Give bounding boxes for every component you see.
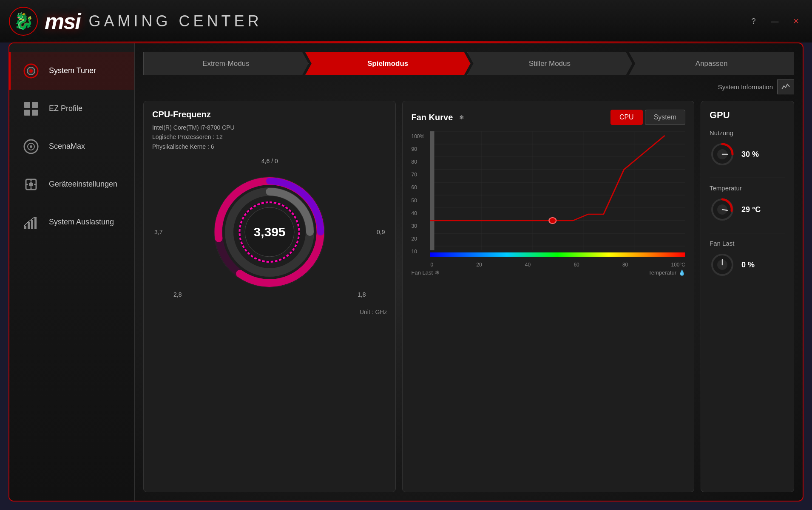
tab-spiel[interactable]: Spielmodus: [305, 52, 471, 75]
y-50: 50: [411, 198, 427, 204]
content-area: Extrem-Modus Spielmodus Stiller Modus An…: [135, 43, 803, 501]
y-10: 10: [411, 249, 427, 255]
y-axis: 100% 90 80 70 60 50 40 30 20 10: [411, 131, 430, 267]
y-20: 20: [411, 236, 427, 242]
x-80: 80: [622, 262, 628, 268]
sidebar-item-system-tuner[interactable]: System Tuner: [9, 52, 134, 90]
svg-point-13: [29, 182, 33, 187]
x-20: 20: [476, 262, 482, 268]
chart-wrapper: 100% 90 80 70 60 50 40 30 20 10: [411, 131, 685, 267]
system-tuner-icon: [21, 61, 40, 80]
tabs-row: Extrem-Modus Spielmodus Stiller Modus An…: [143, 52, 794, 75]
gaming-center-text: GAMING CENTER: [89, 12, 262, 30]
help-button[interactable]: ?: [746, 14, 761, 29]
x-0: 0: [430, 262, 433, 268]
msi-dragon-icon: 🐉: [9, 6, 38, 36]
sidebar-item-auslastung[interactable]: System Auslastung: [9, 203, 134, 241]
ez-profile-icon: [21, 99, 40, 118]
temp-footer: Temperatur 💧: [648, 269, 685, 276]
tab-extrem[interactable]: Extrem-Modus: [143, 52, 309, 75]
gpu-title: GPU: [710, 110, 785, 121]
auslastung-label: System Auslastung: [49, 218, 114, 227]
y-40: 40: [411, 210, 427, 216]
svg-rect-5: [24, 102, 30, 108]
scenamax-icon: [21, 137, 40, 156]
y-30: 30: [411, 223, 427, 229]
sidebar-item-ez-profile[interactable]: EZ Profile: [9, 90, 134, 128]
system-info-button[interactable]: [777, 79, 794, 94]
fan-title: Fan Kurve: [411, 113, 453, 122]
temperatur-value: 29 °C: [741, 205, 761, 214]
fan-footer: Fan Last ❄ Temperatur 💧: [411, 269, 685, 276]
svg-point-4: [29, 69, 33, 73]
y-80: 80: [411, 159, 427, 165]
tab-anpassen[interactable]: Anpassen: [629, 52, 794, 75]
cpu-fan-button[interactable]: CPU: [610, 110, 643, 125]
nutzung-knob-row: 30 %: [710, 142, 785, 167]
geraete-label: Geräteeinstellungen: [49, 180, 117, 189]
svg-rect-20: [31, 220, 33, 229]
y-70: 70: [411, 172, 427, 178]
unit-label: Unit : GHz: [152, 309, 387, 315]
system-fan-button[interactable]: System: [645, 110, 685, 125]
tab-stiller[interactable]: Stiller Modus: [467, 52, 633, 75]
svg-rect-19: [28, 222, 30, 229]
gauge-br-label: 1,8: [358, 291, 366, 298]
logo-area: 🐉 msi GAMING CENTER: [9, 6, 262, 36]
x-60: 60: [574, 262, 579, 268]
svg-text:3,395: 3,395: [254, 225, 286, 239]
divider-2: [710, 233, 785, 233]
svg-rect-21: [34, 217, 37, 229]
fan-chart: 0 20 40 60 80 100°C: [430, 131, 685, 259]
y-90: 90: [411, 146, 427, 152]
ez-profile-label: EZ Profile: [49, 104, 82, 113]
gpu-nutzung-section: Nutzung 30 %: [710, 129, 785, 167]
gauge-right-label: 0,9: [377, 229, 385, 235]
gpu-fan-label: Fan Last: [710, 240, 785, 247]
panels-row: CPU-Frequenz Intel(R) Core(TM) i7-8700 C…: [143, 101, 794, 492]
fan-buttons: CPU System: [610, 110, 685, 125]
gauge-bl-label: 2,8: [173, 291, 182, 298]
titlebar-controls: ? — ✕: [746, 14, 803, 29]
nutzung-knob: [710, 142, 735, 167]
svg-rect-43: [430, 252, 685, 257]
system-tuner-label: System Tuner: [49, 66, 96, 75]
gauge-top-label: 4,6 / 0: [261, 158, 278, 164]
sidebar-item-scenamax[interactable]: ScenaMax: [9, 128, 134, 165]
svg-rect-6: [32, 102, 38, 108]
nutzung-value: 30 %: [741, 150, 759, 159]
fan-kurve-panel: Fan Kurve ❄ CPU System 100% 90 80 70: [402, 101, 694, 492]
scenamax-label: ScenaMax: [49, 142, 85, 151]
svg-point-44: [549, 218, 556, 224]
y-60: 60: [411, 184, 427, 190]
divider-1: [710, 178, 785, 178]
titlebar: 🐉 msi GAMING CENTER ? — ✕: [0, 0, 812, 42]
svg-rect-7: [24, 110, 30, 116]
x-40: 40: [525, 262, 531, 268]
y-100: 100%: [411, 133, 427, 139]
temperatur-knob: [710, 197, 735, 222]
x-100: 100°C: [671, 262, 685, 268]
sidebar-item-geraete[interactable]: Geräteeinstellungen: [9, 165, 134, 203]
gpu-panel: GPU Nutzung 30 %: [701, 101, 794, 492]
msi-logo-text: msi: [45, 8, 80, 34]
cpu-name: Intel(R) Core(TM) i7-8700 CPU Logische P…: [152, 123, 387, 151]
geraete-icon: [21, 175, 40, 194]
fan-knob: [710, 252, 735, 278]
sidebar: System Tuner EZ Profile S: [9, 43, 135, 501]
fan-chart-svg: [430, 131, 685, 259]
svg-rect-18: [24, 226, 26, 229]
gauge-svg: 3,395: [210, 173, 329, 292]
cpu-frequency-panel: CPU-Frequenz Intel(R) Core(TM) i7-8700 C…: [143, 101, 396, 492]
cpu-panel-title: CPU-Frequenz: [152, 110, 387, 119]
minimize-button[interactable]: —: [767, 14, 782, 29]
system-info-label: System Information: [718, 83, 773, 91]
main-container: System Tuner EZ Profile S: [9, 42, 803, 502]
temperatur-label: Temperatur: [710, 184, 785, 192]
x-axis: 0 20 40 60 80 100°C: [430, 262, 685, 268]
fan-header: Fan Kurve ❄ CPU System: [411, 110, 685, 125]
fan-last-footer: Fan Last ❄: [411, 269, 440, 276]
svg-rect-8: [32, 110, 38, 116]
svg-text:🐉: 🐉: [14, 11, 34, 31]
close-button[interactable]: ✕: [789, 14, 803, 29]
